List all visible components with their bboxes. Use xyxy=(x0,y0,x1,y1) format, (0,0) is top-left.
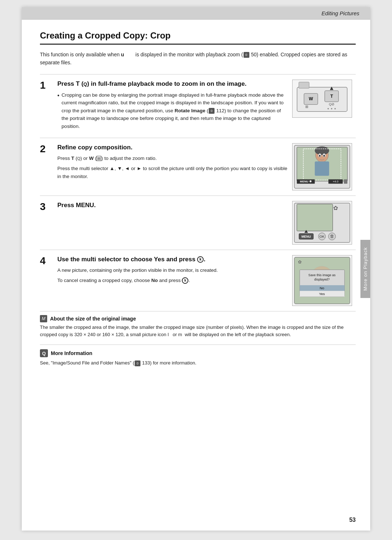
svg-text:W: W xyxy=(309,97,313,102)
step-2-heading: Refine copy composition. xyxy=(57,143,289,152)
svg-text:×4.0: ×4.0 xyxy=(333,180,339,183)
step-4-section: 4 Use the multi selector to choose Yes a… xyxy=(40,250,356,306)
svg-text:🗑: 🗑 xyxy=(330,234,334,239)
step-4-heading: Use the multi selector to choose Yes and… xyxy=(57,255,289,264)
side-tab: More on Playback xyxy=(360,240,370,298)
svg-rect-1 xyxy=(299,82,309,88)
svg-text:No: No xyxy=(320,286,324,290)
ok-circle: k xyxy=(197,256,204,263)
svg-text:✿: ✿ xyxy=(333,205,338,211)
svg-text:displayed?: displayed? xyxy=(314,278,330,281)
note-icon: M xyxy=(40,315,47,322)
step-1-heading: Press T (Q) in full-frame playback mode … xyxy=(57,80,289,88)
step-1-row: 1 Press T (Q) in full-frame playback mod… xyxy=(40,80,356,133)
page: Editing Pictures More on Playback Creati… xyxy=(22,7,370,531)
page-title: Creating a Cropped Copy: Crop xyxy=(40,31,356,45)
page-header: Editing Pictures xyxy=(22,7,370,20)
page-number: 53 xyxy=(349,517,356,523)
step-1-section: 1 Press T (Q) in full-frame playback mod… xyxy=(40,74,356,133)
svg-rect-28 xyxy=(297,204,333,231)
step-4-body-text: A new picture, containing only the porti… xyxy=(57,266,289,284)
step-3-content: 3 Press MENU. xyxy=(40,201,289,213)
ref-icon-112: 0 xyxy=(209,108,215,114)
camera-top-illustration: W T ⊞ Q⊘ xyxy=(293,80,352,117)
svg-rect-26 xyxy=(344,179,347,184)
step-1-image: W T ⊞ Q⊘ xyxy=(292,80,356,118)
note-section: M About the size of the original image T… xyxy=(40,311,356,339)
step-1-bullet: • Cropping can be done by enlarging the … xyxy=(57,91,289,130)
header-label: Editing Pictures xyxy=(322,10,359,16)
svg-point-11 xyxy=(334,108,336,109)
svg-text:MENU ✱: MENU ✱ xyxy=(300,180,311,183)
step-4-line2: To cancel creating a cropped copy, choos… xyxy=(57,277,289,285)
step-2-body-text: Press T (Q) or W (⊞) to adjust the zoom … xyxy=(57,154,289,180)
step-3-section: 3 Press MENU. xyxy=(40,196,356,245)
step-3-heading: Press MENU. xyxy=(57,201,289,210)
svg-text:T: T xyxy=(330,94,333,99)
step-1-bullet-text: Cropping can be done by enlarging the po… xyxy=(62,91,289,130)
step-2-line2: Press the multi selector ▲, ▼, ◄ or ► to… xyxy=(57,165,289,180)
step-4-line1: A new picture, containing only the porti… xyxy=(57,266,289,274)
more-info-title: More Information xyxy=(51,350,92,356)
svg-point-15 xyxy=(315,146,329,155)
step-1-img-box: W T ⊞ Q⊘ xyxy=(292,80,352,118)
svg-point-10 xyxy=(331,108,332,109)
svg-point-19 xyxy=(319,154,320,157)
step-3-row: 3 Press MENU. xyxy=(40,201,356,245)
step-4-number: 4 xyxy=(40,256,52,287)
step-3-number: 3 xyxy=(40,202,52,213)
step-3-image: ✿ MENU OK 🗑 xyxy=(292,201,356,245)
step-1-number: 1 xyxy=(40,80,52,133)
step-4-image: ✿ Save this image as displayed? No xyxy=(292,255,356,306)
intro-text: This function is only available when u i… xyxy=(40,51,356,67)
step-2-line1: Press T (Q) or W (⊞) to adjust the zoom … xyxy=(57,154,289,162)
step-2-body: Refine copy composition. Press T (Q) or … xyxy=(57,143,289,183)
note-body: The smaller the cropped area of the imag… xyxy=(40,324,356,339)
svg-point-9 xyxy=(327,108,329,109)
step-4-content: 4 Use the multi selector to choose Yes a… xyxy=(40,255,289,287)
step-1-body: Press T (Q) in full-frame playback mode … xyxy=(57,80,289,133)
svg-rect-16 xyxy=(315,161,329,176)
ref-icon-50: 0 xyxy=(244,52,249,58)
bullet-dot: • xyxy=(57,91,60,130)
step-3-img-box: ✿ MENU OK 🗑 xyxy=(292,201,352,245)
camera-back-illustration: MENU ✱ ×4.0 xyxy=(293,143,352,190)
svg-text:Save this image as: Save this image as xyxy=(309,273,336,277)
svg-text:OK: OK xyxy=(319,234,325,238)
note-header: M About the size of the original image xyxy=(40,315,356,322)
step-2-image: MENU ✱ ×4.0 xyxy=(292,143,356,190)
step-1-content: 1 Press T (Q) in full-frame playback mod… xyxy=(40,80,289,133)
step-2-content: 2 Refine copy composition. Press T (Q) o… xyxy=(40,143,289,183)
step-2-number: 2 xyxy=(40,144,52,183)
svg-point-20 xyxy=(323,154,325,157)
svg-text:⊞: ⊞ xyxy=(305,105,308,109)
step-3-body: Press MENU. xyxy=(57,201,289,213)
svg-text:Yes: Yes xyxy=(319,291,325,295)
step-4-img-box: ✿ Save this image as displayed? No xyxy=(292,255,352,306)
svg-text:MENU: MENU xyxy=(301,235,311,238)
svg-text:✿: ✿ xyxy=(298,259,302,264)
step-2-img-box: MENU ✱ ×4.0 xyxy=(292,143,352,190)
step-2-row: 2 Refine copy composition. Press T (Q) o… xyxy=(40,143,356,190)
ref-icon-133: 0 xyxy=(135,360,140,366)
svg-text:Q⊘: Q⊘ xyxy=(329,102,334,106)
note-title: About the size of the original image xyxy=(50,316,136,322)
step-4-row: 4 Use the multi selector to choose Yes a… xyxy=(40,255,356,306)
ok-circle-2: k xyxy=(182,277,188,284)
camera-menu-illustration: ✿ MENU OK 🗑 xyxy=(293,201,352,245)
step-2-section: 2 Refine copy composition. Press T (Q) o… xyxy=(40,138,356,190)
more-info-section: Q More Information See, "Image/Sound Fil… xyxy=(40,344,356,367)
step-4-body: Use the multi selector to choose Yes and… xyxy=(57,255,289,287)
page-content: Creating a Cropped Copy: Crop This funct… xyxy=(22,20,370,378)
more-info-header: Q More Information xyxy=(40,349,356,357)
more-info-icon: Q xyxy=(40,349,48,357)
save-dialog-illustration: ✿ Save this image as displayed? No xyxy=(293,255,352,306)
more-info-body: See, "Image/Sound File and Folder Names"… xyxy=(40,359,356,367)
